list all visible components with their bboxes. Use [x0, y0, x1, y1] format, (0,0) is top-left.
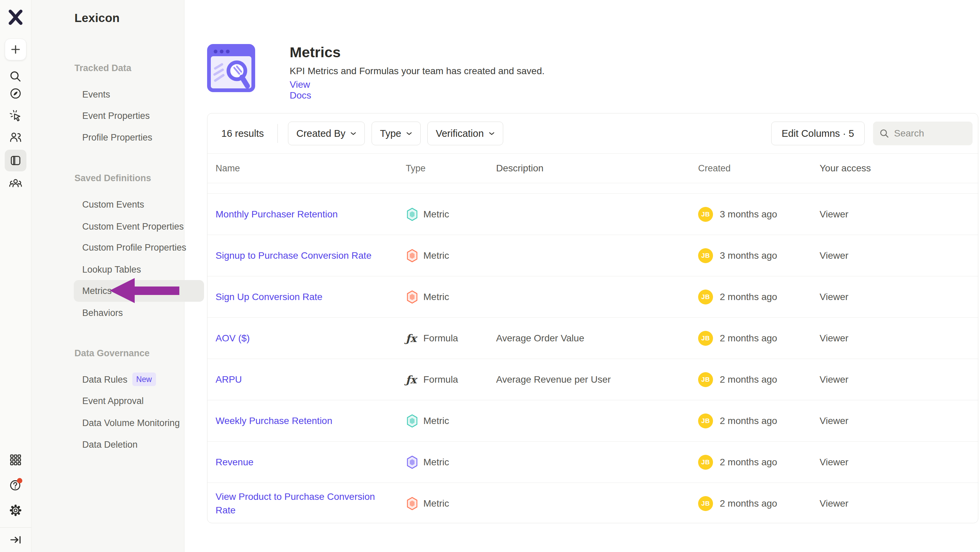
settings-gear-icon[interactable]: [8, 503, 23, 517]
created-time: 2 months ago: [720, 333, 777, 344]
col-description: Description: [496, 163, 698, 174]
sidebar-item-custom-event-properties[interactable]: Custom Event Properties: [82, 216, 184, 238]
main-content: Metrics KPI Metrics and Formulas your te…: [185, 0, 980, 552]
filter-type[interactable]: Type: [372, 121, 421, 145]
type-label: Formula: [423, 333, 458, 344]
created-time: 2 months ago: [720, 498, 777, 509]
data-rules-label: Data Rules: [82, 375, 127, 385]
table-row[interactable]: AOV ($) ƒx Formula Average Order Value J…: [207, 317, 978, 359]
metric-type-icon: ƒx: [406, 290, 418, 304]
type-label: Metric: [423, 416, 449, 426]
help-icon[interactable]: [8, 477, 23, 492]
metric-type-icon: ƒx: [406, 455, 418, 469]
table-row[interactable]: Weekly Purchase Retention ƒx Metric JB2 …: [207, 400, 978, 442]
section-data-governance: Data Governance: [75, 342, 150, 364]
created-time: 3 months ago: [720, 209, 777, 220]
table-row[interactable]: Revenue ƒx Metric JB2 months ago Viewer: [207, 442, 978, 483]
metric-name-link[interactable]: Signup to Purchase Conversion Rate: [216, 250, 372, 261]
view-docs-link[interactable]: View Docs: [290, 79, 311, 101]
sidebar-item-profile-properties[interactable]: Profile Properties: [82, 127, 152, 148]
table-row[interactable]: View Product to Purchase Conversion Rate…: [207, 483, 978, 523]
sidebar-item-data-deletion[interactable]: Data Deletion: [82, 434, 138, 455]
filter-created-by[interactable]: Created By: [288, 121, 365, 145]
metrics-table-card: 16 results Created By Type Verification …: [207, 113, 978, 523]
new-badge: New: [132, 373, 156, 386]
col-created: Created: [698, 163, 819, 174]
sidebar-item-metrics[interactable]: Metrics: [74, 280, 204, 302]
metrics-page-icon: [207, 44, 255, 92]
users-icon[interactable]: [9, 130, 22, 144]
table-row[interactable]: Signup to Purchase Conversion Rate ƒx Me…: [207, 235, 978, 276]
filter-verification[interactable]: Verification: [427, 121, 503, 145]
sidebar-item-custom-events[interactable]: Custom Events: [82, 194, 144, 215]
description-cell: Average Order Value: [496, 333, 698, 344]
avatar: JB: [698, 372, 713, 387]
access-cell: Viewer: [819, 292, 978, 302]
chevron-down-icon: [350, 132, 356, 136]
filter-verification-label: Verification: [436, 128, 484, 139]
lexicon-sidebar: Lexicon Tracked Data Events Event Proper…: [32, 0, 185, 552]
search-input[interactable]: [894, 128, 962, 139]
avatar: JB: [698, 207, 713, 222]
access-cell: Viewer: [819, 209, 978, 220]
compass-icon[interactable]: [9, 87, 22, 100]
sidebar-item-lookup-tables[interactable]: Lookup Tables: [82, 259, 141, 281]
type-label: Metric: [423, 498, 449, 509]
formula-type-icon: ƒx: [406, 373, 418, 387]
metric-name-link[interactable]: Revenue: [216, 457, 253, 467]
avatar: JB: [698, 413, 713, 428]
sidebar-item-event-approval[interactable]: Event Approval: [82, 390, 144, 412]
search-box[interactable]: [873, 121, 972, 145]
metric-name-link[interactable]: Weekly Purchase Retention: [216, 416, 332, 426]
metric-name-link[interactable]: Sign Up Conversion Rate: [216, 292, 323, 302]
filter-type-label: Type: [380, 128, 401, 139]
new-report-button[interactable]: [5, 38, 26, 60]
lexicon-panel-selected[interactable]: [5, 150, 26, 171]
sidebar-item-data-rules[interactable]: Data RulesNew: [82, 369, 156, 391]
metric-name-link[interactable]: Monthly Purchaser Retention: [216, 209, 338, 219]
toolbar-separator: [277, 124, 278, 143]
table-toolbar: 16 results Created By Type Verification …: [207, 113, 978, 154]
sidebar-item-custom-profile-properties[interactable]: Custom Profile Properties: [82, 237, 186, 258]
type-label: Metric: [423, 209, 449, 220]
notification-dot: [17, 478, 22, 483]
type-label: Metric: [423, 250, 449, 261]
metric-type-icon: ƒx: [406, 496, 418, 511]
page-subtitle: KPI Metrics and Formulas your team has c…: [290, 66, 544, 77]
sidebar-item-behaviors[interactable]: Behaviors: [82, 302, 123, 324]
avatar: JB: [698, 455, 713, 470]
table-row[interactable]: Monthly Purchaser Retention ƒx Metric JB…: [207, 194, 978, 235]
page-title: Metrics: [290, 44, 341, 61]
edit-columns-button[interactable]: Edit Columns · 5: [771, 121, 865, 145]
description-cell: Average Revenue per User: [496, 374, 698, 385]
metric-name-link[interactable]: AOV ($): [216, 333, 250, 343]
table-row[interactable]: ARPU ƒx Formula Average Revenue per User…: [207, 359, 978, 400]
mixpanel-logo-icon[interactable]: [8, 10, 23, 25]
organization-icon[interactable]: [8, 177, 23, 191]
created-time: 2 months ago: [720, 416, 777, 426]
cursor-click-icon[interactable]: [9, 109, 22, 123]
avatar: JB: [698, 496, 713, 511]
metric-name-link[interactable]: View Product to Purchase Conversion Rate: [216, 491, 375, 515]
metric-type-icon: ƒx: [406, 207, 418, 222]
chevron-down-icon: [488, 132, 495, 136]
rail-divider: [0, 527, 32, 528]
formula-icon: ƒx: [406, 373, 418, 387]
created-time: 3 months ago: [720, 250, 777, 261]
access-cell: Viewer: [819, 498, 978, 509]
apps-grid-icon[interactable]: [8, 453, 23, 467]
page-header: Metrics KPI Metrics and Formulas your te…: [207, 44, 255, 92]
sidebar-item-events[interactable]: Events: [82, 84, 110, 105]
table-header-row: Name Type Description Created Your acces…: [207, 154, 978, 183]
search-icon[interactable]: [9, 70, 22, 83]
avatar: JB: [698, 331, 713, 346]
metric-name-link[interactable]: ARPU: [216, 374, 242, 385]
col-type: Type: [406, 163, 496, 174]
avatar: JB: [698, 290, 713, 305]
table-row[interactable]: Sign Up Conversion Rate ƒx Metric JB2 mo…: [207, 276, 978, 317]
sidebar-item-event-properties[interactable]: Event Properties: [82, 105, 150, 127]
sidebar-item-data-volume-monitoring[interactable]: Data Volume Monitoring: [82, 412, 180, 434]
lexicon-panel-icon: [9, 154, 22, 167]
collapse-sign-out-icon[interactable]: [9, 533, 22, 546]
scrolled-row-sliver: [207, 183, 978, 194]
